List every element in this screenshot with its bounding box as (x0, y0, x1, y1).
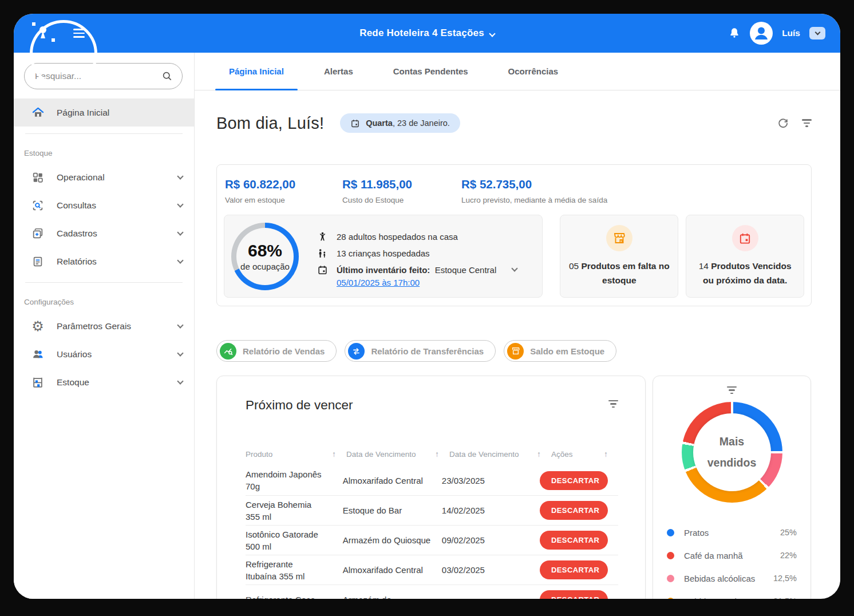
legend-dot (667, 529, 674, 536)
table-row: Isotônico Gatorade 500 ml Armazém do Qui… (246, 525, 618, 555)
filter-icon[interactable] (665, 386, 799, 394)
occupancy-percent: 68% (248, 241, 282, 260)
calendar-alert-icon (732, 225, 758, 251)
legend-dot (667, 598, 674, 599)
chevron-down-icon (177, 173, 183, 179)
table-row: Amendoim Japonês 70g Almoxarifado Centra… (246, 465, 618, 495)
sales-report-button[interactable]: Relatório de Vendas (216, 340, 337, 362)
filter-icon[interactable] (608, 400, 618, 408)
copy-add-icon (31, 227, 45, 240)
search-frame-icon (31, 199, 45, 212)
divider (25, 282, 183, 283)
stat-custo-do-estoque: R$ 11.985,00 Custo do Estoque (342, 177, 461, 204)
main-content: Página Inicial Alertas Contas Pendentes … (195, 53, 840, 599)
sidebar-item-estoque-config[interactable]: Estoque (14, 368, 194, 396)
sidebar-item-parametros-gerais[interactable]: ⚙ Parâmetros Gerais (14, 312, 194, 340)
app-logo-keyhole-icon (29, 19, 57, 48)
discard-button[interactable]: DESCARTAR (540, 590, 608, 599)
tab-contas-pendentes[interactable]: Contas Pendentes (379, 53, 482, 90)
legend-item: Pratos 25% (667, 521, 797, 544)
donut-legend: Pratos 25% Café da manhã 22% Bebidas alc… (665, 521, 799, 599)
table-header: Produto↑ Data de Vencimento↑ Data de Ven… (246, 449, 618, 459)
sidebar-item-operacional[interactable]: Operacional (14, 163, 194, 191)
sort-arrow-icon[interactable]: ↑ (604, 449, 608, 459)
column-header-data-de-vencimento-2[interactable]: Data de Vencimento↑ (449, 449, 551, 459)
discard-button[interactable]: DESCARTAR (540, 501, 608, 520)
missing-products-card[interactable]: 05 Produtos em falta no estoque (560, 215, 678, 298)
storefront-icon (507, 343, 524, 360)
table-title: Próximo de vencer (246, 398, 353, 413)
legend-dot (667, 575, 674, 582)
users-icon (31, 348, 45, 361)
transfer-arrows-icon (348, 343, 365, 360)
notifications-bell-icon[interactable] (728, 26, 741, 40)
chevron-down-icon (512, 265, 518, 271)
discard-button[interactable]: DESCARTAR (540, 471, 608, 490)
chevron-down-icon (177, 229, 183, 235)
legend-item: Café da manhã 22% (667, 544, 797, 567)
home-icon (31, 106, 45, 119)
stat-lucro-previsto: R$ 52.735,00 Lucro previsto, mediante à … (461, 177, 607, 204)
refresh-icon[interactable] (777, 117, 789, 129)
sidebar-item-pagina-inicial[interactable]: Página Inicial (14, 98, 194, 127)
stock-balance-button[interactable]: Saldo em Estoque (504, 340, 616, 362)
tab-alertas[interactable]: Alertas (310, 53, 367, 90)
storefront-icon (606, 225, 632, 251)
chevron-down-icon (177, 350, 183, 356)
legend-item: Bebidas gerais 31,5% (667, 590, 797, 599)
calendar-icon (350, 119, 360, 128)
chevron-down-icon (177, 322, 183, 328)
sidebar: Página Inicial Estoque Operacional Consu… (14, 53, 195, 599)
inventory-select[interactable]: Último inventário feito: Estoque Central (337, 265, 517, 275)
tab-ocorrencias[interactable]: Ocorrências (495, 53, 572, 90)
column-header-acoes[interactable]: Ações↑ (551, 449, 618, 459)
discard-button[interactable]: DESCARTAR (540, 560, 608, 579)
avatar[interactable] (750, 22, 773, 45)
tabbar: Página Inicial Alertas Contas Pendentes … (195, 53, 840, 90)
sidebar-item-cadastros[interactable]: Cadastros (14, 219, 194, 247)
sidebar-item-usuarios[interactable]: Usuários (14, 340, 194, 368)
top-sellers-donut: Mais vendidos (682, 402, 782, 503)
sidebar-item-relatorios[interactable]: Relatórios (14, 247, 194, 275)
inventory-date-link[interactable]: 05/01/2025 às 17h:00 (337, 278, 420, 287)
adult-child-icon (316, 248, 329, 259)
sidebar-item-consultas[interactable]: Consultas (14, 191, 194, 219)
chevron-down-icon (177, 257, 183, 263)
search-icon[interactable] (161, 70, 173, 82)
grid-icon (31, 171, 45, 184)
user-name: Luís (782, 28, 800, 38)
sidebar-section-configuracoes: Configurações (14, 290, 194, 312)
chevron-down-icon (177, 201, 183, 207)
app-window: Rede Hoteleira 4 Estações Luís (14, 14, 840, 599)
occupancy-card: 68% de ocupação 28 adultos hospedados na (224, 215, 543, 298)
discard-button[interactable]: DESCARTAR (540, 531, 608, 550)
date-chip: Quarta, 23 de Janeiro. (340, 113, 460, 133)
donut-center-label: Mais vendidos (707, 431, 757, 473)
adult-person-icon (316, 231, 329, 243)
stat-valor-em-estoque: R$ 60.822,00 Valor em estoque (225, 177, 342, 204)
topbar: Rede Hoteleira 4 Estações Luís (14, 14, 840, 53)
tab-pagina-inicial[interactable]: Página Inicial (215, 53, 298, 90)
transfers-report-button[interactable]: Relatório de Transferências (345, 340, 496, 362)
legend-dot (667, 552, 674, 559)
user-menu-button[interactable] (809, 27, 825, 40)
column-header-produto[interactable]: Produto↑ (246, 449, 346, 459)
filter-icon[interactable] (802, 119, 812, 127)
quick-actions: Relatório de Vendas Relatório de Transfe… (216, 340, 812, 362)
page-greeting: Bom dia, Luís! (216, 114, 324, 133)
table-row: Refrigerante Coca- Armazém do DESCARTAR (246, 585, 618, 599)
table-row: Refrigerante Itubaína 355 ml Almoxarifad… (246, 555, 618, 585)
sort-arrow-icon[interactable]: ↑ (537, 449, 541, 459)
column-header-data-de-vencimento[interactable]: Data de Vencimento↑ (346, 449, 449, 459)
gear-icon: ⚙ (31, 319, 45, 333)
report-document-icon (31, 255, 45, 268)
chevron-down-icon (815, 30, 820, 35)
chevron-down-icon (177, 378, 183, 384)
expired-products-card[interactable]: 14 Produtos Vencidos ou próximo da data. (686, 215, 804, 298)
chevron-down-icon (489, 30, 495, 37)
app-title[interactable]: Rede Hoteleira 4 Estações (14, 27, 840, 39)
top-sellers-card: Mais vendidos Pratos 25% (653, 376, 811, 599)
sort-arrow-icon[interactable]: ↑ (332, 449, 336, 459)
occupancy-ring: 68% de ocupação (231, 223, 299, 290)
sort-arrow-icon[interactable]: ↑ (435, 449, 439, 459)
